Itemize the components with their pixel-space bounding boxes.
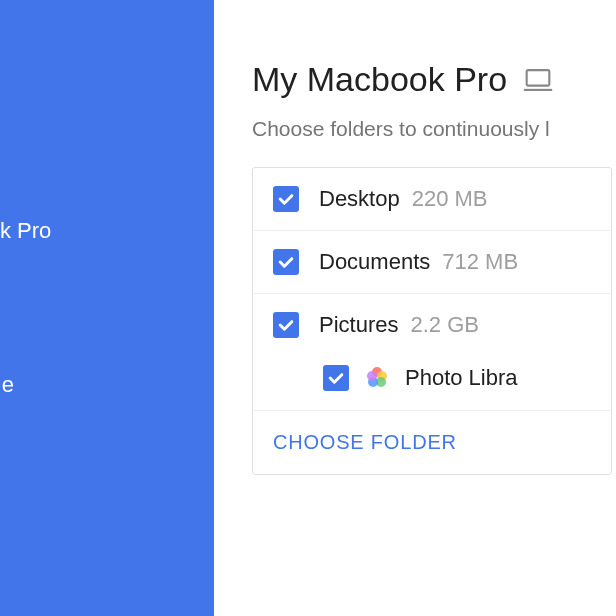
folder-size: 220 MB: [412, 186, 488, 212]
folder-row-pictures[interactable]: Pictures 2.2 GB: [253, 294, 611, 346]
folder-row-desktop[interactable]: Desktop 220 MB: [253, 168, 611, 231]
svg-rect-0: [527, 70, 550, 86]
photos-app-icon: [363, 364, 391, 392]
folder-size: 712 MB: [442, 249, 518, 275]
sidebar-item-device[interactable]: k Pro: [0, 200, 214, 262]
sidebar-item-label: k Pro: [0, 218, 51, 243]
folder-list-card: Desktop 220 MB Documents 712 MB: [252, 167, 612, 475]
folder-row-documents[interactable]: Documents 712 MB: [253, 231, 611, 294]
folder-info: Documents 712 MB: [319, 249, 518, 275]
choose-folder-button[interactable]: CHOOSE FOLDER: [253, 411, 611, 474]
folder-info: Desktop 220 MB: [319, 186, 488, 212]
sidebar: k Pro e: [0, 0, 214, 616]
checkbox-photo-library[interactable]: [323, 365, 349, 391]
laptop-icon: [521, 63, 555, 97]
checkbox-pictures[interactable]: [273, 312, 299, 338]
folder-info: Pictures 2.2 GB: [319, 312, 479, 338]
folder-size: 2.2 GB: [410, 312, 478, 338]
sidebar-item-other[interactable]: e: [0, 354, 214, 416]
folder-name: Pictures: [319, 312, 398, 338]
checkbox-desktop[interactable]: [273, 186, 299, 212]
page-title: My Macbook Pro: [252, 60, 616, 99]
page-title-text: My Macbook Pro: [252, 60, 507, 99]
sidebar-item-label: e: [2, 372, 14, 397]
subfolder-name: Photo Libra: [405, 365, 518, 391]
page-subtitle: Choose folders to continuously l: [252, 117, 616, 141]
main-panel: My Macbook Pro Choose folders to continu…: [214, 0, 616, 616]
checkbox-documents[interactable]: [273, 249, 299, 275]
svg-point-6: [367, 371, 377, 381]
folder-name: Documents: [319, 249, 430, 275]
folder-subrow-photo-library[interactable]: Photo Libra: [253, 346, 611, 411]
folder-name: Desktop: [319, 186, 400, 212]
